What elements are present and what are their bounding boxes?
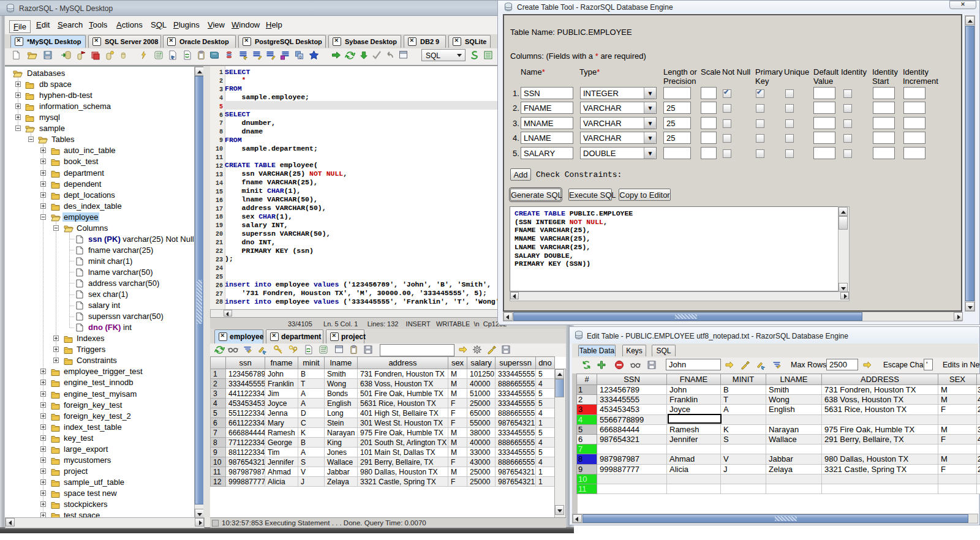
svg-text:0: 0 bbox=[300, 55, 302, 59]
